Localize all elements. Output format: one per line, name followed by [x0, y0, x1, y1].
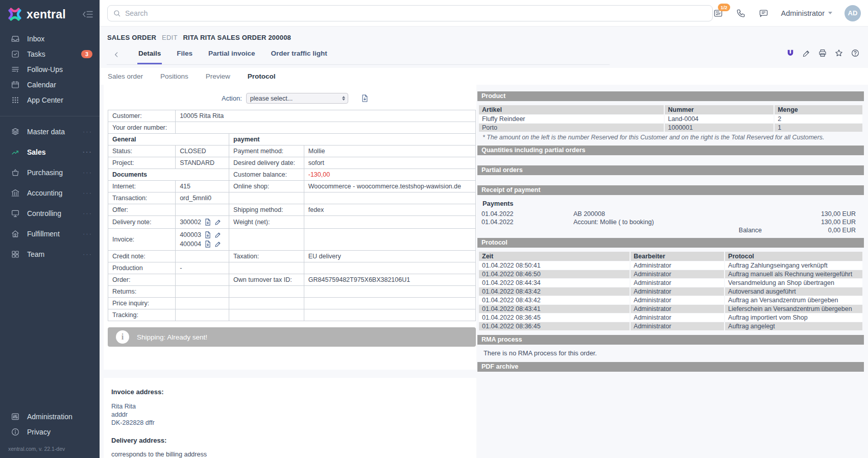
more-dots-icon[interactable]: ··· [83, 253, 92, 256]
sidebar-item-fulfillment[interactable]: Fulfillment··· [0, 224, 100, 244]
address-line: adddr [111, 411, 476, 419]
feedback-magnet-icon[interactable] [786, 49, 795, 58]
tab-order-traffic-light[interactable]: Order traffic light [270, 45, 328, 64]
more-dots-icon[interactable]: ··· [83, 171, 92, 174]
breadcrumb-section: SALES ORDER [107, 34, 156, 41]
chat-icon[interactable] [758, 8, 769, 18]
logo-text: xentral [27, 8, 66, 21]
sidebar-item-inbox[interactable]: Inbox [0, 31, 100, 46]
table-cell: Administrator [631, 261, 724, 270]
chevron-down-icon [828, 12, 832, 14]
phone-icon[interactable] [736, 8, 746, 18]
user-menu[interactable]: Administrator [781, 9, 832, 17]
table-cell: Auftrag manuell als Rechnung weitergefüh… [725, 270, 862, 278]
subtab-positions[interactable]: Positions [160, 73, 188, 80]
sidebar-item-purchasing[interactable]: Purchasing··· [0, 162, 100, 183]
form-row: Credit note: Taxation:EU delivery [108, 251, 476, 262]
protocol-row: 01.04.2022 08:43:42AdministratorAuftrag … [479, 296, 862, 304]
balance-amount: 0,00 EUR [798, 227, 864, 234]
star-icon[interactable] [834, 49, 843, 58]
sidebar-item-app-center[interactable]: App Center [0, 92, 100, 108]
help-icon[interactable] [851, 49, 860, 58]
section-quantities-header: Quantities including partial orders [477, 146, 864, 155]
tab-partial-invoice[interactable]: Partial invoice [207, 45, 256, 64]
table-cell: Auftrag Zahlungseingang verknüpft [725, 261, 862, 270]
news-icon[interactable]: 1/2 [713, 8, 724, 18]
form-cell: Payment method: [229, 146, 304, 157]
form-cell: 415 [176, 181, 229, 192]
table-cell: 01.04.2022 08:43:41 [479, 305, 630, 313]
subtab-protocol[interactable]: Protocol [248, 73, 276, 80]
edit-pencil-icon[interactable] [802, 49, 811, 58]
form-cell: 300002 [176, 216, 229, 229]
column-header: Protocol [725, 252, 862, 261]
subtab-sales-order[interactable]: Sales order [108, 73, 143, 80]
document-line: 400004 [180, 239, 225, 249]
sidebar-item-label: Calendar [27, 81, 56, 89]
print-icon[interactable] [818, 49, 827, 58]
table-cell: 01.04.2022 08:46:50 [479, 270, 630, 278]
shipping-notice-text: Shipping: Already sent! [137, 333, 207, 341]
form-row: Transaction:ord_5mnli0 [108, 192, 476, 204]
calendar-icon [10, 80, 20, 89]
form-row: Generalpayment [108, 134, 476, 146]
action-select[interactable]: please select... [246, 93, 348, 104]
search-input[interactable] [125, 9, 707, 17]
more-dots-icon[interactable]: ··· [83, 212, 92, 215]
section-receipt-header: Receipt of payment [477, 185, 864, 195]
more-dots-icon[interactable]: ··· [83, 151, 92, 154]
edit-pencil-icon[interactable] [214, 219, 222, 226]
more-dots-icon[interactable]: ··· [83, 191, 92, 195]
sidebar-item-controlling[interactable]: Controlling··· [0, 203, 100, 224]
pdf-file-icon[interactable] [204, 231, 211, 239]
breadcrumb: SALES ORDER EDIT RITA RITA SALES ORDER 2… [100, 27, 868, 41]
form-cell [176, 298, 229, 309]
form-cell [229, 229, 304, 251]
sidebar-item-follow-ups[interactable]: Follow-Ups [0, 62, 100, 77]
avatar[interactable]: AD [845, 5, 861, 21]
select-stepper-icon [342, 96, 347, 101]
table-cell: Administrator [631, 296, 724, 304]
column-header: Bearbeiter [631, 252, 724, 261]
back-chevron-icon[interactable] [107, 51, 126, 64]
sidebar-item-tasks[interactable]: Tasks3 [0, 46, 100, 62]
sidebar-item-sales[interactable]: Sales··· [0, 142, 100, 162]
edit-pencil-icon[interactable] [214, 231, 222, 238]
table-cell: Administrator [631, 279, 724, 287]
order-summary-column: Product ArtikelNummerMengeFluffy Reindee… [477, 91, 864, 372]
pdf-file-icon[interactable] [204, 240, 211, 248]
payment-date: 01.04.2022 [481, 219, 573, 226]
sidebar-collapse-icon[interactable] [82, 10, 93, 19]
sidebar-item-master-data[interactable]: Master data··· [0, 122, 100, 142]
form-cell [176, 274, 229, 286]
sidebar-item-calendar[interactable]: Calendar [0, 77, 100, 92]
search-icon [113, 9, 121, 17]
pdf-export-icon[interactable] [361, 94, 369, 103]
search-bar[interactable] [107, 5, 713, 21]
order-form-table: Customer:10005 Rita RitaYour order numbe… [108, 110, 476, 321]
form-cell [176, 251, 229, 262]
pdf-file-icon[interactable] [204, 218, 211, 226]
form-row: Status:CLOSEDPayment method:Mollie [108, 146, 476, 157]
form-cell: Invoice: [108, 229, 176, 251]
sidebar-item-administration[interactable]: Administration [0, 409, 100, 424]
section-protocol-header: Protocol [477, 238, 864, 248]
subtab-preview[interactable]: Preview [206, 73, 230, 80]
sidebar-item-team[interactable]: Team··· [0, 244, 100, 264]
tab-details[interactable]: Details [137, 45, 162, 64]
edit-pencil-icon[interactable] [214, 240, 222, 248]
form-section-header-cell: General [108, 134, 229, 146]
privacy-icon [10, 427, 20, 437]
tab-files[interactable]: Files [176, 45, 194, 64]
document-number: 400003 [180, 231, 201, 238]
payment-row: 01.04.2022AB 200008130,00 EUR [477, 210, 864, 218]
more-dots-icon[interactable]: ··· [83, 232, 92, 235]
sidebar-item-accounting[interactable]: Accounting··· [0, 183, 100, 203]
more-dots-icon[interactable]: ··· [83, 130, 92, 133]
form-cell [176, 204, 229, 216]
sidebar-item-label: Controlling [27, 209, 61, 218]
delivery-address-label: Delivery address: [111, 437, 476, 444]
sidebar-item-label: Purchasing [27, 168, 63, 177]
sidebar-item-privacy[interactable]: Privacy [0, 424, 100, 440]
column-header: Menge [775, 105, 862, 114]
